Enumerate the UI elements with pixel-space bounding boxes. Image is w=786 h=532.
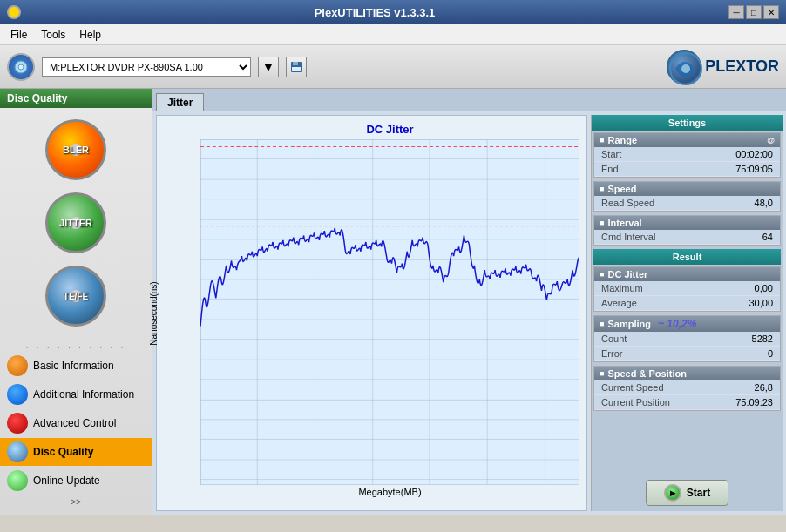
count-value: 5282 xyxy=(752,333,773,344)
disc-quality-icon xyxy=(7,441,28,462)
cmd-interval-value: 64 xyxy=(762,232,773,242)
sidebar-header: Disc Quality xyxy=(0,89,152,108)
range-end-row: End 75:09:05 xyxy=(594,162,780,177)
plextor-logo: PLEXTOR xyxy=(667,50,779,84)
sidebar-item-disc-quality[interactable]: Disc Quality xyxy=(0,438,152,467)
menubar: File Tools Help xyxy=(0,24,786,45)
speed-pos-header: ■ Speed & Position xyxy=(594,367,780,380)
disc-icons-area: BLER JITTER TE/FE xyxy=(0,108,152,338)
speed-group: ■ Speed Read Speed 48,0 xyxy=(593,181,781,212)
speed-label: Speed xyxy=(607,184,636,194)
range-start-value: 00:02:00 xyxy=(735,149,773,159)
jitter-label: JITTER xyxy=(59,218,92,228)
current-speed-value: 26,8 xyxy=(755,382,773,393)
jitter-disc[interactable]: JITTER xyxy=(45,192,106,253)
sidebar-item-advanced-control[interactable]: Advanced Control xyxy=(0,409,152,438)
max-row: Maximum 0,00 xyxy=(594,281,780,296)
error-value: 0 xyxy=(768,348,773,359)
sidebar-item-online-update[interactable]: Online Update xyxy=(0,467,152,495)
cmd-interval-label: Cmd Interval xyxy=(601,232,655,242)
basic-info-icon xyxy=(7,355,28,376)
disc-jitter-icon[interactable]: JITTER xyxy=(41,188,111,258)
current-pos-label: Current Position xyxy=(601,397,670,407)
tefe-disc[interactable]: TE/FE xyxy=(45,266,106,327)
disc-tefe-icon[interactable]: TE/FE xyxy=(41,261,111,331)
minimize-button[interactable]: ─ xyxy=(728,5,744,19)
at-symbol: @ xyxy=(767,136,775,145)
max-value: 0,00 xyxy=(755,283,773,293)
dropdown-button[interactable]: ▼ xyxy=(258,57,279,77)
drive-select[interactable]: M:PLEXTOR DVDR PX-890SA 1.00 xyxy=(42,57,251,77)
tab-jitter[interactable]: Jitter xyxy=(156,93,204,111)
save-button[interactable] xyxy=(286,57,307,77)
range-end-value: 75:09:05 xyxy=(735,164,773,174)
range-collapse[interactable]: ■ xyxy=(600,136,604,145)
statusbar xyxy=(0,515,786,532)
interval-group: ■ Interval Cmd Interval 64 xyxy=(593,215,781,246)
current-pos-row: Current Position 75:09:23 xyxy=(594,395,780,410)
bler-label: BLER xyxy=(63,145,89,155)
maximize-button[interactable]: □ xyxy=(746,5,762,19)
advanced-control-label: Advanced Control xyxy=(33,417,116,429)
plextor-text: PLEXTOR xyxy=(705,57,779,76)
chart-svg: 34 32 30 28 26 24 22 20 18 16 14 12 10 8 xyxy=(200,139,579,485)
speed-header: ■ Speed xyxy=(594,182,780,196)
speed-collapse[interactable]: ■ xyxy=(600,185,604,193)
current-speed-label: Current Speed xyxy=(601,382,664,393)
menu-help[interactable]: Help xyxy=(72,27,108,43)
chart-inner: 34 32 30 28 26 24 22 20 18 16 14 12 10 8 xyxy=(200,139,579,485)
sidebar-item-basic-info[interactable]: Basic Information xyxy=(0,352,152,380)
range-label: Range xyxy=(607,135,637,145)
main-container: Disc Quality BLER JITTER TE/FE . . . . .… xyxy=(0,89,786,515)
disc-bler-icon[interactable]: BLER xyxy=(41,115,111,185)
start-icon: ▶ xyxy=(664,484,681,502)
advanced-control-icon xyxy=(7,413,28,434)
start-btn-area: ▶ Start xyxy=(592,475,783,511)
svg-point-1 xyxy=(18,64,24,70)
dc-jitter-label: DC Jitter xyxy=(607,269,647,279)
avg-label: Average xyxy=(601,298,637,308)
interval-collapse[interactable]: ■ xyxy=(600,219,604,227)
range-group: ■ Range @ Start 00:02:00 End 75:09:05 xyxy=(593,132,781,178)
disc-quality-label: Disc Quality xyxy=(33,446,93,458)
additional-info-icon xyxy=(7,384,28,405)
range-start-label: Start xyxy=(601,149,621,159)
window-controls: ─ □ ✕ xyxy=(728,5,779,19)
count-label: Count xyxy=(601,333,627,344)
chart-area: DC Jitter Nanosecond(ns) xyxy=(152,111,786,515)
dc-jitter-header: ■ DC Jitter xyxy=(594,267,780,281)
result-header: Result xyxy=(593,249,781,265)
chart-title: DC Jitter xyxy=(200,123,579,136)
tab-bar: Jitter xyxy=(152,89,786,111)
dc-jitter-group: ■ DC Jitter Maximum 0,00 Average 30,00 xyxy=(593,266,781,312)
cmd-interval-row: Cmd Interval 64 xyxy=(594,230,780,245)
close-button[interactable]: ✕ xyxy=(763,5,779,19)
y-axis-label: Nanosecond(ns) xyxy=(149,281,159,345)
menu-file[interactable]: File xyxy=(3,27,34,43)
range-end-label: End xyxy=(601,164,619,174)
right-panel: Settings ■ Range @ Start 00:02:00 End 75… xyxy=(591,115,783,511)
sidebar-item-additional-info[interactable]: Additional Information xyxy=(0,380,152,409)
sidebar-expand-arrow[interactable]: >> xyxy=(0,495,152,508)
bler-disc[interactable]: BLER xyxy=(45,119,106,180)
read-speed-label: Read Speed xyxy=(601,198,654,208)
start-button[interactable]: ▶ Start xyxy=(646,480,728,506)
current-pos-value: 75:09:23 xyxy=(735,397,773,407)
range-start-row: Start 00:02:00 xyxy=(594,147,780,162)
sampling-header: ■ Sampling ~ 10,2% xyxy=(594,316,780,332)
titlebar: PlexUTILITIES v1.3.3.1 ─ □ ✕ xyxy=(0,0,786,24)
speed-pos-label: Speed & Position xyxy=(607,368,686,379)
toolbar: M:PLEXTOR DVDR PX-890SA 1.00 ▼ PLEXTOR xyxy=(0,45,786,89)
menu-tools[interactable]: Tools xyxy=(34,27,72,43)
chart-container: DC Jitter Nanosecond(ns) xyxy=(156,115,587,511)
read-speed-value: 48,0 xyxy=(755,198,773,208)
svg-rect-4 xyxy=(292,67,301,71)
svg-rect-3 xyxy=(293,62,298,65)
svg-point-6 xyxy=(681,64,690,73)
sampling-collapse[interactable]: ■ xyxy=(600,320,604,328)
speed-pos-collapse[interactable]: ■ xyxy=(600,369,604,378)
dc-jitter-collapse[interactable]: ■ xyxy=(600,270,604,279)
online-update-icon xyxy=(7,470,28,491)
avg-row: Average 30,00 xyxy=(594,296,780,311)
basic-info-label: Basic Information xyxy=(33,360,114,372)
